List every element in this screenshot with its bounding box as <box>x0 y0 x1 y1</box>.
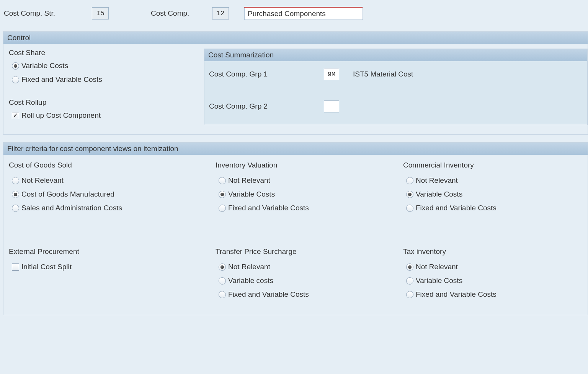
radio-label: Cost of Goods Manufactured <box>21 190 114 198</box>
commercial-inventory-label: Commercial Inventory <box>403 161 582 169</box>
tax-inventory-label: Tax inventory <box>403 247 582 256</box>
comm-inv-option-fixed-variable[interactable]: Fixed and Variable Costs <box>406 204 582 212</box>
inv-val-option-not-relevant[interactable]: Not Relevant <box>219 176 403 185</box>
cost-comp-str-field[interactable]: I5 <box>92 7 109 20</box>
tps-option-variable[interactable]: Variable costs <box>219 276 403 285</box>
checkbox-icon <box>12 263 19 271</box>
radio-label: Not Relevant <box>416 263 458 271</box>
cost-share-option-fixed-variable[interactable]: Fixed and Variable Costs <box>12 75 204 84</box>
summ-grp2-label: Cost Comp. Grp 2 <box>209 102 324 111</box>
cost-share-option-variable[interactable]: Variable Costs <box>12 62 204 70</box>
tax-inventory-section: Tax inventory Not Relevant Variable Cost… <box>403 247 582 304</box>
radio-label: Not Relevant <box>228 176 270 185</box>
transfer-price-surcharge-label: Transfer Price Surcharge <box>216 247 403 256</box>
radio-icon <box>219 191 226 198</box>
transfer-price-surcharge-section: Transfer Price Surcharge Not Relevant Va… <box>216 247 403 304</box>
control-left-column: Cost Share Variable Costs Fixed and Vari… <box>9 49 204 125</box>
cogs-label: Cost of Goods Sold <box>9 161 216 169</box>
radio-icon <box>12 205 19 212</box>
cogs-section: Cost of Goods Sold Not Relevant Cost of … <box>9 161 216 218</box>
radio-label: Variable costs <box>228 276 273 285</box>
radio-icon <box>406 277 413 285</box>
radio-icon <box>219 205 226 212</box>
filter-panel-title: Filter criteria for cost component views… <box>3 143 588 155</box>
external-procurement-section: External Procurement Initial Cost Split <box>9 247 216 304</box>
radio-label: Variable Costs <box>416 276 462 285</box>
radio-icon <box>12 191 19 198</box>
radio-label: Fixed and Variable Costs <box>228 204 309 212</box>
cogs-option-manufactured[interactable]: Cost of Goods Manufactured <box>12 190 216 198</box>
radio-icon <box>219 263 226 271</box>
radio-label: Fixed and Variable Costs <box>21 75 102 84</box>
inv-val-option-variable[interactable]: Variable Costs <box>219 190 403 198</box>
comm-inv-option-not-relevant[interactable]: Not Relevant <box>406 176 582 185</box>
radio-icon <box>406 291 413 298</box>
radio-icon <box>219 277 226 285</box>
summ-grp1-label: Cost Comp. Grp 1 <box>209 70 324 78</box>
summarization-panel: Cost Summarization Cost Comp. Grp 1 9M I… <box>204 49 588 125</box>
radio-label: Not Relevant <box>228 263 270 271</box>
radio-label: Fixed and Variable Costs <box>416 204 497 212</box>
tax-inv-option-variable[interactable]: Variable Costs <box>406 276 582 285</box>
control-panel-title: Control <box>3 32 588 44</box>
cost-comp-field[interactable]: 12 <box>212 7 229 20</box>
filter-panel: Filter criteria for cost component views… <box>3 142 588 315</box>
radio-label: Variable Costs <box>228 190 275 198</box>
checkbox-label: Initial Cost Split <box>21 263 72 271</box>
radio-icon <box>12 76 19 83</box>
tps-option-not-relevant[interactable]: Not Relevant <box>219 263 403 271</box>
summ-grp1-row: Cost Comp. Grp 1 9M IST5 Material Cost <box>209 68 583 80</box>
inv-val-option-fixed-variable[interactable]: Fixed and Variable Costs <box>219 204 403 212</box>
cost-comp-name-field[interactable]: Purchased Components <box>244 7 363 20</box>
summ-grp1-desc: IST5 Material Cost <box>353 70 413 78</box>
cogs-option-not-relevant[interactable]: Not Relevant <box>12 176 216 185</box>
tax-inv-option-not-relevant[interactable]: Not Relevant <box>406 263 582 271</box>
initial-cost-split-checkbox[interactable]: Initial Cost Split <box>12 263 216 271</box>
radio-label: Fixed and Variable Costs <box>416 290 497 299</box>
radio-icon <box>12 62 19 70</box>
radio-label: Sales and Administration Costs <box>21 204 122 212</box>
radio-icon <box>12 177 19 184</box>
cogs-option-sales-admin[interactable]: Sales and Administration Costs <box>12 204 216 212</box>
radio-icon <box>219 291 226 298</box>
cost-comp-str-label: Cost Comp. Str. <box>4 9 92 18</box>
cost-share-label: Cost Share <box>9 49 204 57</box>
cost-comp-label: Cost Comp. <box>151 9 212 18</box>
inventory-valuation-label: Inventory Valuation <box>216 161 403 169</box>
radio-label: Not Relevant <box>21 176 64 185</box>
summ-grp1-field[interactable]: 9M <box>324 68 339 80</box>
radio-icon <box>406 205 413 212</box>
radio-icon <box>406 177 413 184</box>
checkbox-label: Roll up Cost Component <box>21 111 101 120</box>
inventory-valuation-section: Inventory Valuation Not Relevant Variabl… <box>216 161 403 218</box>
summ-grp2-row: Cost Comp. Grp 2 <box>209 100 583 112</box>
rollup-checkbox[interactable]: ✓ Roll up Cost Component <box>12 111 204 120</box>
cost-rollup-label: Cost Rollup <box>9 98 204 107</box>
cost-share-radio-group: Variable Costs Fixed and Variable Costs <box>12 62 204 84</box>
radio-icon <box>219 177 226 184</box>
radio-label: Variable Costs <box>21 62 68 70</box>
comm-inv-option-variable[interactable]: Variable Costs <box>406 190 582 198</box>
tax-inv-option-fixed-variable[interactable]: Fixed and Variable Costs <box>406 290 582 299</box>
radio-icon <box>406 191 413 198</box>
header-row: Cost Comp. Str. I5 Cost Comp. 12 Purchas… <box>0 0 588 24</box>
checkbox-icon: ✓ <box>12 112 19 119</box>
summ-grp2-field[interactable] <box>324 100 339 112</box>
commercial-inventory-section: Commercial Inventory Not Relevant Variab… <box>403 161 582 218</box>
tps-option-fixed-variable[interactable]: Fixed and Variable Costs <box>219 290 403 299</box>
control-panel: Control Cost Share Variable Costs Fixed … <box>3 31 588 135</box>
radio-label: Not Relevant <box>416 176 458 185</box>
external-procurement-label: External Procurement <box>9 247 216 256</box>
radio-label: Variable Costs <box>416 190 462 198</box>
summarization-title: Cost Summarization <box>204 49 587 61</box>
radio-label: Fixed and Variable Costs <box>228 290 309 299</box>
radio-icon <box>406 263 413 271</box>
